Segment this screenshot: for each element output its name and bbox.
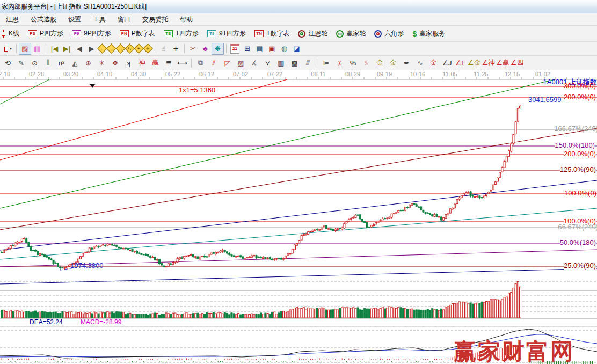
- cycle-circle-icon[interactable]: ⊙: [28, 57, 41, 69]
- price-ladder-icon[interactable]: ⊫: [319, 57, 333, 69]
- flag-pen-icon[interactable]: ✒: [400, 57, 413, 69]
- spider-web-icon[interactable]: ✳: [95, 57, 108, 69]
- menu-formula-stock-pick[interactable]: 公式选股: [25, 13, 62, 25]
- histogram-icon[interactable]: ▥: [31, 43, 43, 55]
- menu-bar: 江恩公式选股设置工具窗口交易委托帮助: [0, 13, 597, 26]
- j-angle-icon[interactable]: ∠J: [440, 57, 454, 69]
- wave-icon[interactable]: ∿: [413, 57, 427, 69]
- btn-winner-wheel-label: 赢家轮: [346, 29, 366, 38]
- zigzag-icon[interactable]: ⋎: [261, 57, 274, 69]
- dollar-icon: $: [412, 30, 417, 38]
- shift-left-icon[interactable]: ←: [97, 43, 107, 53]
- calculator-icon[interactable]: ⊞: [241, 43, 253, 55]
- star-center-icon[interactable]: ✶: [134, 43, 143, 53]
- grid-icon[interactable]: ▦: [274, 57, 288, 69]
- fan-lines-icon[interactable]: ⫽: [207, 57, 221, 69]
- measure-x-icon[interactable]: ⟷: [176, 57, 189, 69]
- last-page-icon[interactable]: ▶|: [61, 43, 73, 55]
- save-icon[interactable]: ▣: [266, 43, 278, 55]
- tree-tool-icon[interactable]: ♣: [199, 43, 212, 55]
- btn-9p-square-label: 9P四方形: [84, 29, 111, 38]
- shen-angle-icon[interactable]: ∠神: [482, 57, 496, 69]
- date-label: 01-02: [535, 71, 550, 77]
- percent-icon[interactable]: %: [346, 57, 360, 69]
- next-icon[interactable]: ▶: [85, 43, 98, 55]
- gold-box-icon[interactable]: 金: [427, 57, 440, 69]
- btn-9t-square[interactable]: T99T四方形: [207, 29, 246, 38]
- btn-9t-square-label: 9T四方形: [219, 29, 246, 38]
- angle-fan-icon[interactable]: ∡: [247, 57, 261, 69]
- crosshair-tool-icon[interactable]: +: [170, 43, 182, 55]
- f-angle-icon[interactable]: ∠F: [454, 57, 467, 69]
- four-angle-icon[interactable]: ∠四: [510, 57, 525, 69]
- toolbar-main: K线PSP四方形P99P四方形PNP数字表TST四方形T99T四方形TNT数字表…: [0, 26, 597, 42]
- gann-compass-icon[interactable]: ⊕: [82, 57, 95, 69]
- menu-help[interactable]: 帮助: [174, 13, 199, 25]
- box-tool-icon[interactable]: ⧉: [194, 57, 207, 69]
- hand-tool-icon[interactable]: ☝: [157, 43, 170, 55]
- ying-angle-icon[interactable]: ∠赢: [496, 57, 510, 69]
- expand-x-icon[interactable]: ↔: [115, 43, 125, 53]
- cross-center-icon[interactable]: ✛: [143, 43, 152, 53]
- percent-lines-icon[interactable]: ﹪: [360, 57, 373, 69]
- btn-winner-service[interactable]: $赢家服务: [412, 29, 445, 38]
- shift-right-icon[interactable]: →: [106, 43, 116, 53]
- menu-window[interactable]: 窗口: [112, 13, 136, 25]
- spiral-tool-icon[interactable]: ⟲: [1, 57, 14, 69]
- import-data-icon[interactable]: ◪: [290, 43, 303, 55]
- btn-winner-wheel[interactable]: Big赢家轮: [336, 29, 366, 38]
- hatch-box-icon[interactable]: ▨: [234, 57, 247, 69]
- candle-style-icon: [4, 45, 9, 53]
- gold-circle-icon[interactable]: 金: [373, 57, 387, 69]
- btn-p-square-icon: PS: [28, 30, 37, 37]
- comb-lines-icon[interactable]: ⫼: [41, 57, 55, 69]
- menu-tools[interactable]: 工具: [87, 13, 112, 25]
- btn-kline[interactable]: K线: [1, 29, 19, 38]
- toolbar-separator: [317, 59, 317, 68]
- date-label: 05-22: [165, 71, 180, 77]
- menu-trade-order[interactable]: 交易委托: [136, 13, 174, 25]
- btn-gann-wheel[interactable]: 江恩轮: [298, 29, 327, 38]
- btn-p-number-table-label: P数字表: [132, 29, 155, 38]
- ying-tool-icon[interactable]: 赢: [149, 57, 162, 69]
- btn-hexagon-label: 六角形: [384, 29, 404, 38]
- btn-t-square[interactable]: TST四方形: [164, 29, 199, 38]
- menu-settings[interactable]: 设置: [62, 13, 87, 25]
- boxed-fan-icon[interactable]: ◸: [221, 57, 234, 69]
- export-web-icon[interactable]: ◍: [278, 43, 290, 55]
- dense-grid-icon[interactable]: ▩: [288, 57, 301, 69]
- brain-analysis-icon[interactable]: ❋: [212, 43, 224, 55]
- btn-9p-square[interactable]: P99P四方形: [72, 29, 111, 38]
- percent-drop-icon[interactable]: ⁒: [333, 57, 346, 69]
- mirror-angle-icon[interactable]: ◭: [68, 57, 82, 69]
- compress-x-icon[interactable]: ⇆: [125, 43, 134, 53]
- chart-style-dropdown[interactable]: ▾: [2, 43, 14, 55]
- application-window: 家内部服务平台] - [上证指数 SH1A0001-250日K线] 江恩公式选股…: [0, 0, 597, 364]
- k-prime-icon[interactable]: ʞ: [122, 57, 135, 69]
- prev-icon[interactable]: ◀: [73, 43, 85, 55]
- shen-tool-icon[interactable]: 神: [135, 57, 149, 69]
- btn-t-number-table[interactable]: TNT数字表: [254, 29, 289, 38]
- calendar-icon[interactable]: 21: [229, 43, 241, 55]
- boxed-web-icon[interactable]: ❖: [108, 57, 122, 69]
- btn-hexagon[interactable]: 六角形: [374, 29, 404, 38]
- erase-line-icon[interactable]: ✂: [187, 43, 199, 55]
- date-label: 08-11: [311, 71, 325, 77]
- pattern-box-icon[interactable]: ▨: [19, 43, 31, 55]
- btn-p-square[interactable]: PSP四方形: [28, 29, 63, 38]
- menu-gann[interactable]: 江恩: [0, 13, 25, 25]
- ruler-123-icon[interactable]: ≣: [162, 57, 176, 69]
- gann-level-label: 125.0%(90): [560, 165, 596, 173]
- pen-tool-icon[interactable]: ✎: [14, 57, 28, 69]
- notepad-icon[interactable]: ▤: [253, 43, 266, 55]
- gann-level-label: 150.0%(180): [555, 141, 595, 149]
- chevron-down-icon: ▾: [10, 46, 12, 51]
- parallel-lines-icon[interactable]: ⫻: [301, 57, 315, 69]
- n-square-icon[interactable]: n²: [55, 57, 68, 69]
- gold-angle-icon[interactable]: ∠金: [467, 57, 482, 69]
- gann-wheel-icon: [298, 30, 305, 38]
- gold-lines-icon[interactable]: 金: [387, 57, 400, 69]
- btn-p-number-table[interactable]: PNP数字表: [120, 29, 155, 38]
- gann-level-label: 50.0%(180): [560, 238, 596, 246]
- first-page-icon[interactable]: |◀: [48, 43, 61, 55]
